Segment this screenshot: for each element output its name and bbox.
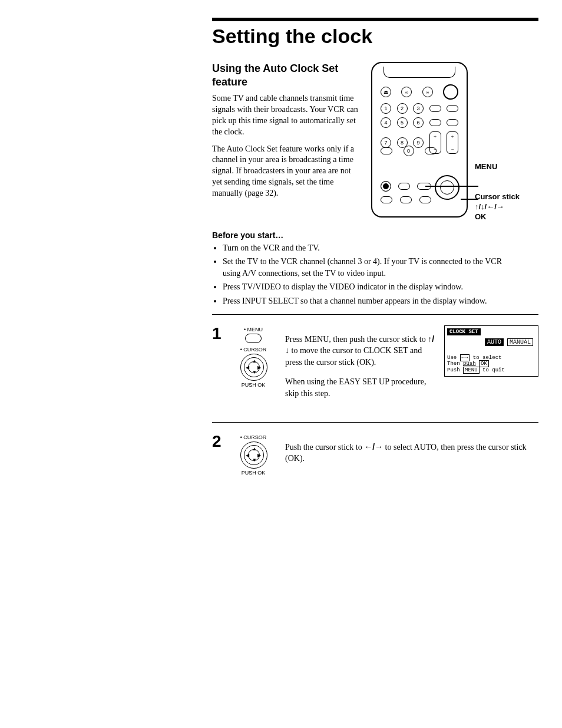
callout-cursor-arrows: ↑/↓/←/→ [475, 202, 520, 212]
list-item: Press INPUT SELECT so that a channel num… [223, 295, 503, 307]
section-para: The Auto Clock Set feature works only if… [212, 144, 359, 199]
key-5: 5 [397, 117, 408, 128]
osd-title: CLOCK SET [447, 328, 481, 335]
page-title: Setting the clock [212, 25, 538, 48]
callout-cursor-ok: OK [475, 212, 520, 222]
rec-icon [381, 181, 391, 192]
callout-cursor: Cursor stick [475, 192, 520, 202]
cursor-label: • CURSOR [230, 434, 277, 440]
cursor-stick-icon: ▲ ▼ ◀ ▶ [240, 442, 266, 467]
eject-icon: ⏏ [381, 87, 391, 97]
list-item: Turn on the VCR and the TV. [223, 242, 503, 254]
callout-menu: MENU [475, 162, 520, 171]
section-para: Some TV and cable channels transmit time… [212, 93, 359, 138]
list-item: Press TV/VIDEO to display the VIDEO indi… [223, 281, 503, 293]
menu-label: • MENU [230, 327, 277, 332]
power-icon [443, 84, 458, 100]
pill-button [381, 147, 392, 154]
before-start-list: Turn on the VCR and the TV. Set the TV t… [212, 242, 503, 307]
cursor-label: • CURSOR [230, 347, 277, 353]
key-6: 6 [413, 117, 424, 128]
osd-screen: CLOCK SET AUTO MANUAL Use ←→ to select T… [444, 325, 538, 377]
step-number: 2 [212, 433, 230, 450]
push-ok-label: PUSH OK [230, 470, 277, 476]
key-1: 1 [381, 103, 391, 114]
remote-illustration: ⏏ ∞ ∞ 1 2 3 4 5 6 [371, 62, 468, 218]
cursor-stick-icon [435, 175, 459, 200]
pill-button [419, 196, 431, 203]
step-text: Press MENU, then push the cursor stick t… [285, 334, 436, 368]
rewind-icon: ∞ [401, 87, 412, 97]
osd-help: Use ←→ to select Then push OK Push MENU … [447, 355, 535, 374]
left-right-icon: ←→ [460, 354, 470, 361]
osd-option-manual: MANUAL [507, 338, 533, 346]
divider [212, 314, 538, 315]
pill-button [447, 119, 458, 126]
key-3: 3 [413, 103, 424, 114]
key-2: 2 [397, 103, 408, 114]
key-4: 4 [381, 117, 391, 128]
menu-icon: MENU [463, 367, 480, 374]
step-1: 1 • MENU • CURSOR ▲ ▼ ◀ ▶ PUSH OK Press … [212, 321, 538, 415]
pill-button [425, 147, 437, 154]
osd-option-auto: AUTO [485, 338, 504, 346]
pill-button [429, 105, 441, 112]
pill-button [447, 105, 458, 112]
menu-button-icon [245, 334, 262, 343]
ffwd-icon: ∞ [422, 87, 433, 97]
pill-button [429, 119, 441, 126]
left-right-arrows-icon: ←/→ [364, 442, 383, 452]
remote-callouts: MENU Cursor stick ↑/↓/←/→ OK [475, 62, 520, 222]
step-text: Push the cursor stick to ←/→ to select A… [285, 442, 530, 465]
divider [212, 422, 538, 423]
ok-icon: OK [479, 360, 489, 367]
push-ok-label: PUSH OK [230, 382, 277, 388]
top-rule [212, 18, 538, 21]
cursor-stick-icon: ▲ ▼ ◀ ▶ [240, 354, 266, 380]
key-0: 0 [404, 146, 414, 156]
list-item: Set the TV to the VCR channel (channel 3… [223, 256, 503, 279]
section-heading: Using the Auto Clock Set feature [212, 62, 359, 88]
before-start-heading: Before you start… [212, 230, 538, 240]
step-2: 2 • CURSOR ▲ ▼ ◀ ▶ PUSH OK Push the curs… [212, 429, 538, 483]
step-text: When using the EASY SET UP procedure, sk… [285, 376, 436, 399]
step-number: 1 [212, 325, 230, 342]
pill-button [400, 196, 412, 203]
pill-button [381, 196, 392, 203]
pill-button [398, 183, 410, 190]
